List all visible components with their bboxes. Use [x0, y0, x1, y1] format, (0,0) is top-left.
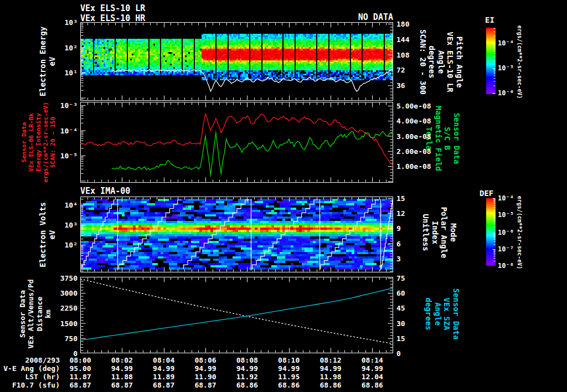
els-spectrogram-canvas: [80, 22, 393, 101]
panel2-right-tick: 4.00e-08: [396, 117, 431, 125]
bottom-row-value: 68.87: [69, 381, 91, 389]
panel4-right-tick: 0: [396, 349, 401, 358]
panel3-right-tick: 6: [396, 239, 401, 247]
panel1-left-tick: 10¹: [65, 69, 78, 77]
panel4-left-tick: 3750: [60, 274, 78, 282]
panel4-left-tick: 750: [65, 334, 78, 342]
bottom-row-value: 94.99: [236, 364, 258, 373]
bottom-row-value: 11.87: [69, 373, 91, 381]
intensity-bfield-canvas: [80, 102, 393, 183]
panel3-right-tick: 3: [396, 254, 401, 262]
bottom-row-value: 68.87: [153, 381, 174, 389]
panel1-left-axis-label: Electron Energy eV: [38, 27, 56, 96]
panel1-right-tick: 180: [396, 19, 409, 28]
altitude-sza-canvas: [80, 277, 393, 353]
panel1-right-tick: 144: [396, 35, 409, 43]
bottom-row-value: 11.90: [194, 373, 216, 381]
panel1-left-tick: 10³: [65, 18, 78, 27]
panel3-left-tick: 10²: [65, 241, 78, 249]
panel2-right-tick: 2.00e-08: [396, 147, 431, 155]
colorbar2-tick: 10⁻⁷: [498, 245, 514, 253]
colorbar2-tick: 10⁻⁸: [498, 262, 514, 270]
colorbar2-unit-label: ergs/(cm**2-sr-sec-eV): [516, 196, 523, 269]
time-tick-label: 08:04: [153, 356, 174, 364]
panel4-right-tick: 30: [396, 319, 405, 327]
colorbar1-tick: 10⁻⁴: [498, 39, 514, 47]
panel2-right-tick: 3.00e-08: [396, 132, 431, 140]
vex-quicklook-plot-page: VEx ELS-10 LR VEx ELS-10 HR NO DATA VEx …: [0, 0, 567, 392]
colorbar2-title: DEF: [480, 189, 493, 198]
panel4-right-tick: 15: [396, 334, 405, 342]
panel3-right-tick: 12: [396, 209, 405, 218]
panel3-left-tick: 10³: [65, 221, 78, 229]
panel3-right-axis-label: Mode Polar Angle Index Unitless: [421, 207, 458, 259]
bottom-row-value: 68.86: [362, 381, 383, 389]
time-tick-label: 08:06: [194, 356, 216, 364]
panel4-left-tick: 1500: [60, 319, 78, 327]
time-tick-label: 08:00: [69, 356, 91, 364]
time-tick-label: 08:10: [278, 356, 300, 364]
bottom-row-value: 68.87: [111, 381, 133, 389]
time-tick-label: 08:12: [319, 356, 341, 364]
panel1-right-tick: 72: [396, 66, 405, 74]
panel3-title: VEx IMA-00: [80, 186, 130, 196]
panel1-title-line1: VEx ELS-10 LR: [80, 3, 145, 13]
panel2-left-tick: 10⁻⁵: [60, 152, 78, 160]
colorbar2-tick: 10⁻⁴: [498, 194, 514, 202]
bottom-row-value: 94.99: [194, 364, 216, 373]
colorbar1-tick: 10⁻⁶: [498, 89, 514, 97]
panel1-right-axis-label: Pitch Angle VEx ELS-10 LR Angle degrees …: [419, 29, 465, 95]
bottom-row-label: LST (hr): [25, 373, 60, 381]
panel4-right-tick: 45: [396, 304, 405, 312]
bottom-row-value: 11.88: [111, 373, 133, 381]
panel2-right-tick: 5.00e-08: [396, 102, 431, 110]
bottom-row-label: F10.7 (sfu): [12, 381, 60, 389]
panel1-right-tick: 36: [396, 81, 405, 90]
panel4-left-tick: 2250: [60, 304, 78, 312]
panel1-right-tick: 108: [396, 50, 409, 59]
bottom-row-value: 68.87: [194, 381, 216, 389]
time-tick-label: 08:08: [236, 356, 258, 364]
bottom-row-value: 68.86: [236, 381, 258, 389]
colorbar1-unit-label: ergs/(cm**2-sr-sec-eV): [516, 25, 523, 99]
colorbar1-tick: 10⁻⁵: [498, 64, 514, 72]
panel4-right-tick: 75: [396, 274, 405, 282]
date-label: 2008/293: [25, 356, 60, 364]
bottom-row-value: 11.89: [153, 373, 174, 381]
panel2-right-tick: 1.00e-08: [396, 162, 431, 171]
bottom-row-value: 11.92: [236, 373, 258, 381]
panel2-left-tick: 10⁻³: [60, 101, 78, 110]
colorbar2-tick: 10⁻⁵: [498, 211, 514, 219]
bottom-row-value: 11.98: [319, 373, 341, 381]
bottom-row-value: 11.95: [278, 373, 300, 381]
bottom-row-value: 94.99: [278, 364, 300, 373]
bottom-row-value: 12.04: [362, 373, 383, 381]
time-tick-label: 08:14: [362, 356, 383, 364]
bottom-row-value: 68.86: [319, 381, 341, 389]
panel3-right-tick: 15: [396, 194, 405, 203]
colorbar1-title: EI: [485, 16, 494, 24]
colorbar2-tick: 10⁻⁶: [498, 229, 514, 236]
panel4-right-tick: 60: [396, 289, 405, 297]
ima-colorbar: [486, 198, 496, 266]
panel2-left-tick: 10⁻⁴: [60, 126, 78, 135]
no-data-label: NO DATA: [358, 12, 393, 22]
bottom-row-label: V-E Ang (deg): [3, 364, 60, 373]
panel3-left-tick: 10⁴: [65, 201, 78, 209]
bottom-row-value: 94.99: [111, 364, 133, 373]
bottom-row-value: 94.99: [153, 364, 174, 373]
els-colorbar: [486, 28, 496, 94]
panel4-right-axis-label: Sensor Data VEx SZA Angle degrees: [424, 288, 461, 340]
bottom-row-value: 68.86: [278, 381, 300, 389]
bottom-row-value: 95.00: [69, 364, 91, 373]
panel4-left-axis-label: Sensor Data VEx Alt/Venus/Pd Distance km: [18, 279, 52, 348]
time-tick-label: 08:02: [111, 356, 133, 364]
panel3-left-axis-label: Electron Volts eV: [38, 202, 56, 267]
bottom-row-value: 94.99: [319, 364, 341, 373]
panel2-left-axis-label: Sensor Data VEx ELS-06 LR-Bk Energy Inte…: [21, 102, 57, 183]
bottom-row-value: 94.99: [362, 364, 383, 373]
ima-spectrogram-canvas: [80, 197, 393, 272]
panel3-right-tick: 9: [396, 224, 401, 233]
panel4-left-tick: 3000: [60, 289, 78, 297]
panel1-left-tick: 10²: [65, 43, 78, 51]
